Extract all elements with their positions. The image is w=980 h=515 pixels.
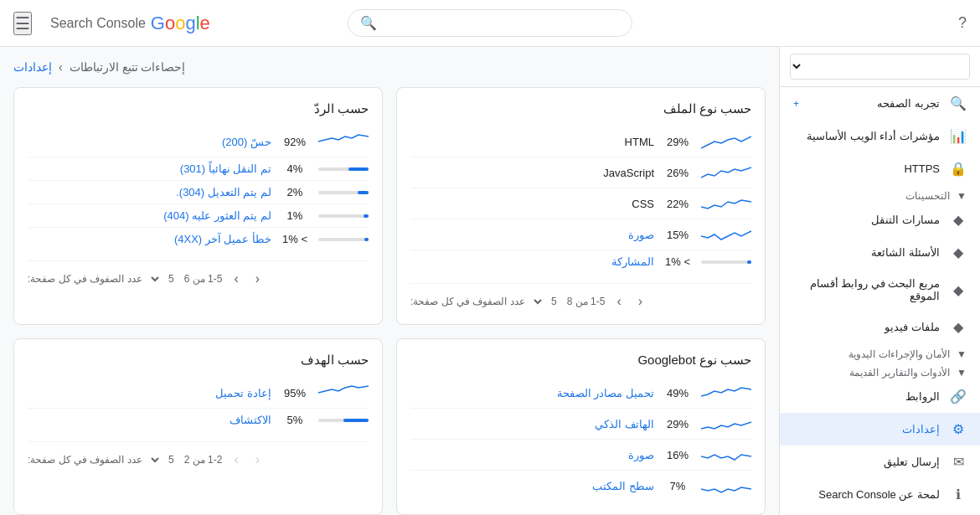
card-googlebot: حسب نوع Googlebot 49% تحميل مصادر الصفحة (396, 338, 766, 515)
table-row: 15% صورة (410, 219, 751, 250)
core-web-icon: 📊 (950, 128, 967, 144)
table-row: 1% لم يتم العثور عليه (404) (28, 203, 369, 227)
percent-image1: 15% (661, 229, 694, 241)
percent-404: 1% (278, 209, 312, 222)
add-icon: + (793, 98, 799, 110)
table-row: 4% تم النقل نهائياً (301) (28, 157, 369, 180)
sidebar-label-old-reports: الأدوات والتقارير القديمة (849, 367, 950, 379)
prev-btn-file[interactable]: ‹ (633, 292, 647, 311)
bar-sharing (701, 260, 751, 264)
old-reports-expand-icon: ▼ (957, 367, 967, 379)
sidebar-label-core-web: مؤشرات أداء الويب الأساسية (793, 130, 940, 142)
bar-4xx (318, 238, 369, 241)
label-js: JavaScript (410, 167, 654, 179)
sidebar-item-settings[interactable]: ⚙ إعدادات (780, 413, 980, 445)
table-row: 29% HTML (410, 126, 751, 157)
sidebar-label-enhancements: التحسينات (905, 190, 950, 202)
rows-label-response: عدد الصفوف في كل صفحة: (28, 273, 142, 285)
sidebar: 🔍 تجربه الصفحه + 📊 مؤشرات أداء الويب الأ… (779, 47, 980, 515)
breadcrumb-settings-link[interactable]: إعدادات (13, 60, 52, 74)
sidebar-item-link-square[interactable]: ◆ مربع البحث في روابط أقسام الموقع (780, 269, 980, 311)
page-size-select-file[interactable]: 51025 (532, 295, 560, 308)
https-icon: 🔒 (950, 161, 967, 177)
help-icon[interactable]: ? (958, 14, 967, 32)
card-purpose-table: 95% إعادة تحميل 5% الاكتشاف (28, 378, 369, 431)
label-html: HTML (410, 136, 654, 148)
bar-4xx-fill (364, 238, 369, 241)
next-btn-response[interactable]: › (229, 270, 243, 288)
percent-html: 29% (661, 136, 694, 148)
percent-pageload: 49% (661, 387, 694, 399)
label-301: تم النقل نهائياً (301) (28, 162, 271, 175)
search-icon-button[interactable]: 🔍 (360, 15, 377, 31)
table-row: > 1% المشاركة (410, 250, 751, 273)
percent-304: 2% (278, 186, 312, 198)
sidebar-label-security: الأمان والإجراءات اليدوية (848, 348, 950, 360)
card-purpose: حسب الهدف 95% إعادة تحميل 5% (13, 338, 383, 515)
next-btn-file[interactable]: › (611, 292, 626, 311)
bar-404 (318, 214, 369, 218)
percent-css: 22% (661, 198, 694, 210)
page-size-select-response[interactable]: 51025 (149, 272, 178, 286)
sidebar-label-https: HTTPS (793, 162, 940, 175)
sidebar-security-section[interactable]: ▼ الأمان والإجراءات اليدوية (780, 343, 980, 362)
card-file-type-title: حسب نوع الملف (410, 101, 751, 116)
sidebar-label-faq: الأسئلة الشائعة (793, 246, 940, 259)
link-square-icon: ◆ (950, 282, 967, 298)
card-googlebot-table: 49% تحميل مصادر الصفحة 29% الهاتف الذكي (410, 378, 751, 501)
percent-reload: 95% (278, 387, 312, 399)
prev-btn-response[interactable]: ‹ (250, 270, 265, 288)
sidebar-item-about-sc[interactable]: ℹ لمحة عن Search Console (780, 478, 980, 511)
send-feedback-icon: ✉ (950, 454, 967, 470)
bar-301 (318, 167, 369, 171)
rows-label-file: عدد الصفوف في كل صفحة: (410, 296, 525, 307)
menu-icon-button[interactable]: ☰ (13, 12, 32, 35)
next-btn-purpose[interactable]: › (229, 451, 243, 469)
page-info-file: 1-5 من 8 (567, 296, 606, 307)
prev-btn-purpose[interactable]: ‹ (250, 451, 265, 469)
page-info-purpose: 1-2 من 2 (184, 454, 223, 466)
table-row: 95% إعادة تحميل (28, 378, 369, 408)
sidebar-item-links[interactable]: 🔗 الروابط (780, 380, 980, 413)
percent-200: 92% (278, 136, 312, 148)
sidebar-item-send-feedback[interactable]: ✉ إرسال تعليق (780, 445, 980, 478)
bar-discover (318, 419, 369, 422)
card-file-type-pagination: ‹ › 1-5 من 8 51025 عدد الصفوف في كل صفحة… (410, 283, 751, 311)
sidebar-old-reports-section[interactable]: ▼ الأدوات والتقارير القديمة (780, 362, 980, 380)
sidebar-label-crawl-paths: مسارات التنقل (793, 214, 940, 226)
bar-sharing-fill (747, 260, 751, 264)
search-input[interactable] (377, 17, 620, 30)
main-content: إحصاءات تتبع الارتباطات › إعدادات حسب نو… (0, 47, 779, 515)
sidebar-item-faq[interactable]: ◆ الأسئلة الشائعة (780, 236, 980, 269)
sparkline-js (701, 162, 751, 183)
sidebar-item-https[interactable]: 🔒 HTTPS (780, 152, 980, 185)
label-image1: صورة (410, 229, 654, 241)
sidebar-label-test-page: تجربه الصفحه (809, 97, 940, 110)
label-304: لم يتم التعديل (304). (28, 186, 271, 198)
bar-discover-fill (343, 419, 369, 422)
label-desktop: سطح المكتب (410, 480, 654, 492)
percent-301: 4% (278, 162, 312, 175)
table-row: 26% JavaScript (410, 157, 751, 188)
label-mobile: الهاتف الذكي (410, 418, 654, 430)
sidebar-label-about-sc: لمحة عن Search Console (793, 488, 940, 501)
table-row: > 1% خطأ عميل آخر (4XX) (28, 227, 369, 250)
property-select[interactable] (790, 54, 970, 80)
search-box: 🔍 (348, 9, 632, 37)
sidebar-label-links: الروابط (793, 390, 940, 403)
sidebar-item-video-files[interactable]: ◆ ملفات فيديو (780, 311, 980, 343)
label-404: لم يتم العثور عليه (404) (28, 209, 271, 222)
sidebar-dropdown[interactable] (780, 47, 980, 87)
settings-icon: ⚙ (950, 421, 967, 437)
sidebar-item-core-web[interactable]: 📊 مؤشرات أداء الويب الأساسية (780, 120, 980, 152)
sparkline-reload (318, 383, 369, 403)
sparkline-desktop (701, 476, 751, 496)
sc-label: Search Console (50, 16, 146, 31)
sidebar-enhancements-section[interactable]: ▼ التحسينات (780, 185, 980, 203)
table-row: 92% حسّ (200) (28, 126, 369, 157)
sidebar-item-crawl-paths[interactable]: ◆ مسارات التنقل (780, 203, 980, 236)
breadcrumb: إحصاءات تتبع الارتباطات › إعدادات (13, 60, 766, 74)
sidebar-item-test-page[interactable]: 🔍 تجربه الصفحه + (780, 87, 980, 120)
page-size-select-purpose[interactable]: 51025 (149, 453, 178, 466)
label-css: CSS (410, 198, 654, 210)
